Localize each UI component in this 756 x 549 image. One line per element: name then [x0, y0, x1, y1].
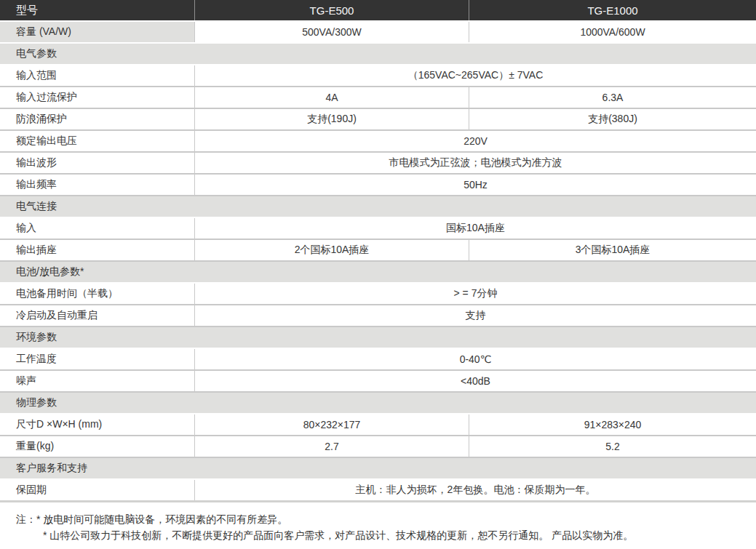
row-warranty: 保固期 主机：非人为损坏，2年包换。电池：保质期为一年。 — [0, 480, 756, 502]
value-tg-e500: 4A — [195, 87, 469, 108]
section-customer-service: 客户服务和支持 — [0, 458, 756, 480]
row-label: 电池备用时间（半载） — [0, 284, 195, 304]
row-output-waveform: 输出波形 市电模式为正弦波；电池模式为准方波 — [0, 153, 756, 175]
section-title: 电池/放电参数* — [0, 262, 756, 282]
row-label: 尺寸D ×W×H (mm) — [0, 414, 195, 435]
section-battery-discharge-params: 电池/放电参数* — [0, 262, 756, 284]
section-title: 客户服务和支持 — [0, 458, 756, 478]
value-tg-e500: 500VA/300W — [195, 22, 469, 42]
row-label: 输入范围 — [0, 65, 195, 86]
row-label: 输入 — [0, 218, 195, 239]
row-operating-temperature: 工作温度 0-40℃ — [0, 349, 756, 371]
row-surge-protection: 防浪涌保护 支持(190J) 支持(380J) — [0, 109, 756, 131]
section-electrical-params: 电气参数 — [0, 44, 756, 65]
value-shared: > = 7分钟 — [195, 284, 756, 304]
row-label: 输出插座 — [0, 240, 195, 260]
value-tg-e500: 2个国标10A插座 — [195, 240, 469, 260]
footnote-line-1: 注：* 放电时间可能随电脑设备，环境因素的不同有所差异。 — [0, 511, 756, 527]
row-label: 冷启动及自动重启 — [0, 305, 195, 326]
value-tg-e1000: 3个国标10A插座 — [469, 240, 756, 260]
row-label: 输出波形 — [0, 153, 195, 173]
row-label: 噪声 — [0, 371, 195, 391]
table-header-row: 型号 TG-E500 TG-E1000 — [0, 0, 756, 22]
value-shared: 支持 — [195, 305, 756, 326]
row-label: 输入过流保护 — [0, 87, 195, 108]
value-tg-e500: 2.7 — [195, 436, 469, 457]
row-label: 保固期 — [0, 480, 195, 500]
row-label: 额定输出电压 — [0, 131, 195, 151]
row-cold-start-auto-restart: 冷启动及自动重启 支持 — [0, 305, 756, 327]
value-tg-e1000: 6.3A — [469, 87, 756, 108]
value-shared: 0-40℃ — [195, 349, 756, 369]
section-title: 物理参数 — [0, 393, 756, 413]
row-label: 防浪涌保护 — [0, 109, 195, 129]
value-shared: 国标10A插座 — [195, 218, 756, 239]
footnote-line-2: * 山特公司致力于科技创新，不断提供更好的产品面向客户需求，对产品设计、技术规格… — [0, 527, 756, 543]
row-capacity: 容量 (VA/W) 500VA/300W 1000VA/600W — [0, 22, 756, 44]
row-output-sockets: 输出插座 2个国标10A插座 3个国标10A插座 — [0, 240, 756, 262]
row-noise: 噪声 <40dB — [0, 371, 756, 393]
row-weight: 重量(kg) 2.7 5.2 — [0, 436, 756, 458]
footnotes: 注：* 放电时间可能随电脑设备，环境因素的不同有所差异。 * 山特公司致力于科技… — [0, 502, 756, 543]
value-tg-e1000: 5.2 — [469, 436, 756, 457]
value-shared: 主机：非人为损坏，2年包换。电池：保质期为一年。 — [195, 480, 756, 500]
section-electrical-connection: 电气连接 — [0, 196, 756, 218]
value-shared: 220V — [195, 131, 756, 151]
value-tg-e1000: 1000VA/600W — [469, 22, 756, 42]
spec-table: 型号 TG-E500 TG-E1000 容量 (VA/W) 500VA/300W… — [0, 0, 756, 502]
section-environment-params: 环境参数 — [0, 327, 756, 349]
value-shared: 市电模式为正弦波；电池模式为准方波 — [195, 153, 756, 173]
row-input: 输入 国标10A插座 — [0, 218, 756, 240]
section-physical-params: 物理参数 — [0, 393, 756, 414]
row-label: 重量(kg) — [0, 436, 195, 457]
header-model-label: 型号 — [0, 0, 195, 20]
header-model-tg-e1000: TG-E1000 — [469, 0, 756, 20]
row-label: 容量 (VA/W) — [0, 22, 195, 42]
row-output-frequency: 输出频率 50Hz — [0, 175, 756, 196]
value-shared: （165VAC~265VAC）± 7VAC — [195, 65, 756, 86]
row-dimensions: 尺寸D ×W×H (mm) 80×232×177 91×283×240 — [0, 414, 756, 436]
section-title: 环境参数 — [0, 327, 756, 348]
row-rated-output-voltage: 额定输出电压 220V — [0, 131, 756, 153]
row-input-overcurrent: 输入过流保护 4A 6.3A — [0, 87, 756, 109]
row-label: 工作温度 — [0, 349, 195, 369]
value-shared: <40dB — [195, 371, 756, 391]
section-title: 电气连接 — [0, 196, 756, 217]
row-battery-backup-time: 电池备用时间（半载） > = 7分钟 — [0, 284, 756, 305]
value-tg-e1000: 支持(380J) — [469, 109, 756, 129]
section-title: 电气参数 — [0, 44, 756, 64]
value-shared: 50Hz — [195, 175, 756, 195]
value-tg-e1000: 91×283×240 — [469, 414, 756, 435]
row-input-range: 输入范围 （165VAC~265VAC）± 7VAC — [0, 65, 756, 87]
row-label: 输出频率 — [0, 175, 195, 195]
value-tg-e500: 支持(190J) — [195, 109, 469, 129]
header-model-tg-e500: TG-E500 — [195, 0, 469, 20]
value-tg-e500: 80×232×177 — [195, 414, 469, 435]
